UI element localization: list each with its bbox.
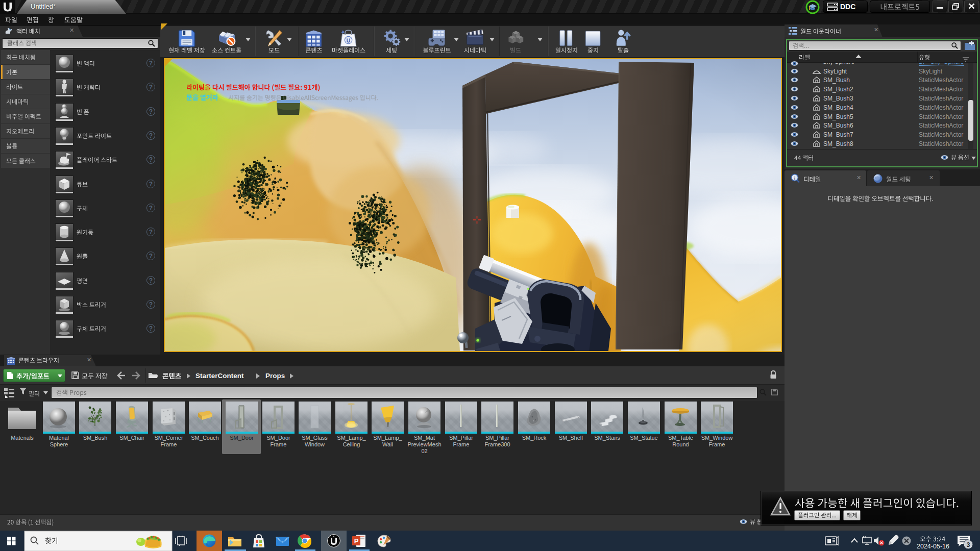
svg-text:3: 3: [967, 541, 970, 548]
svg-text:P: P: [354, 537, 359, 545]
